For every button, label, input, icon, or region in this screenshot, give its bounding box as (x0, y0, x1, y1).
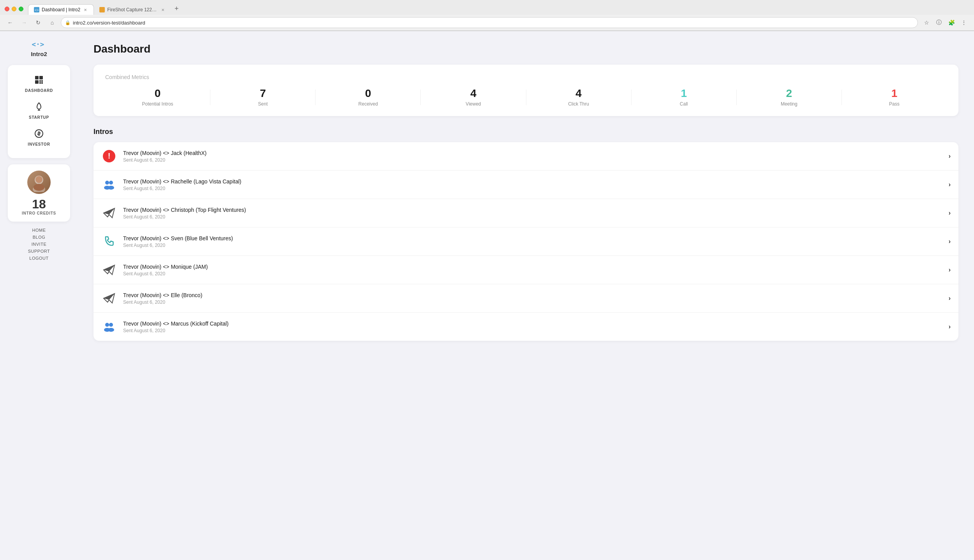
sidebar-link-blog[interactable]: BLOG (33, 235, 46, 239)
metric-label-viewed: Viewed (466, 101, 481, 107)
home-button[interactable]: ⌂ (47, 17, 58, 28)
sidebar-item-investor[interactable]: INVESTOR (12, 125, 66, 150)
intros-list: ! Trevor (Moovin) <> Jack (HealthX) Sent… (94, 142, 958, 341)
metric-pass: 1 Pass (842, 88, 947, 107)
svg-point-16 (105, 181, 109, 185)
svg-rect-8 (41, 82, 43, 84)
browser-titlebar: <> Dashboard | Intro2 ✕ FireShot Capture… (0, 0, 974, 15)
intro-title-2: Trevor (Moovin) <> Rachelle (Lago Vista … (123, 178, 942, 185)
intro-date-2: Sent August 6, 2020 (123, 186, 942, 191)
app-container: <·> Intro2 DASHBOARD (0, 31, 974, 560)
new-tab-button[interactable]: + (171, 3, 182, 14)
nav-card: DASHBOARD STARTUP (8, 65, 70, 158)
back-button[interactable]: ← (5, 17, 16, 28)
refresh-button[interactable]: ↻ (33, 17, 44, 28)
investor-icon (34, 129, 44, 141)
metric-value-meeting: 2 (786, 88, 792, 99)
metric-label-potential: Potential Intros (142, 101, 173, 107)
metric-value-call: 1 (681, 88, 687, 99)
page-title: Dashboard (94, 43, 958, 55)
intro-item-5[interactable]: Trevor (Moovin) <> Monique (JAM) Sent Au… (94, 256, 958, 284)
intro-chevron-3: › (949, 210, 951, 217)
intro-date-7: Sent August 6, 2020 (123, 328, 942, 333)
intro-item-2[interactable]: Trevor (Moovin) <> Rachelle (Lago Vista … (94, 171, 958, 199)
tab-fireshot[interactable]: FireShot Capture 122 - Startup… ✕ (94, 5, 171, 15)
tab-favicon-1: <> (34, 7, 39, 12)
avatar (27, 171, 51, 194)
intro-item-3[interactable]: Trevor (Moovin) <> Christoph (Top Flight… (94, 199, 958, 227)
maximize-window-button[interactable] (19, 7, 23, 11)
tab-close-1[interactable]: ✕ (83, 7, 88, 12)
metric-meeting: 2 Meeting (737, 88, 842, 107)
sidebar-link-logout[interactable]: LOGOUT (29, 256, 48, 261)
tab-label-2: FireShot Capture 122 - Startup… (107, 7, 158, 12)
intro-chevron-7: › (949, 323, 951, 330)
svg-text:<>: <> (35, 8, 39, 12)
svg-line-28 (108, 300, 109, 302)
forward-button[interactable]: → (19, 17, 30, 28)
intro-title-5: Trevor (Moovin) <> Monique (JAM) (123, 264, 942, 270)
credits-number: 18 (32, 198, 46, 210)
metric-label-sent: Sent (258, 101, 268, 107)
metric-value-sent: 7 (260, 88, 266, 99)
svg-point-32 (108, 328, 114, 332)
intro-date-5: Sent August 6, 2020 (123, 271, 942, 276)
minimize-window-button[interactable] (12, 7, 16, 11)
svg-rect-4 (35, 80, 39, 84)
svg-point-12 (35, 176, 42, 183)
metric-viewed: 4 Viewed (421, 88, 526, 107)
close-window-button[interactable] (5, 7, 9, 11)
logo-icon: <·> (31, 39, 47, 50)
intro-icon-5 (101, 262, 117, 278)
logo-section: <·> Intro2 (31, 39, 47, 57)
intro-title-4: Trevor (Moovin) <> Sven (Blue Bell Ventu… (123, 235, 942, 241)
svg-text:<·>: <·> (32, 41, 44, 48)
metric-label-pass: Pass (889, 101, 900, 107)
intro-item-7[interactable]: Trevor (Moovin) <> Marcus (Kickoff Capit… (94, 313, 958, 341)
info-icon[interactable]: ⓘ (933, 17, 944, 28)
svg-point-30 (109, 323, 113, 327)
intro-icon-3 (101, 205, 117, 221)
intro-icon-1: ! (101, 148, 117, 164)
metrics-card: Combined Metrics 0 Potential Intros 7 Se… (94, 65, 958, 116)
metric-clickthru: 4 Click Thru (526, 88, 631, 107)
bookmark-star-icon[interactable]: ☆ (921, 17, 932, 28)
metric-sent: 7 Sent (210, 88, 315, 107)
intro-icon-7 (101, 319, 117, 335)
intro-icon-4 (101, 234, 117, 249)
avatar-image (27, 171, 51, 194)
intro-chevron-4: › (949, 238, 951, 245)
metric-label-call: Call (680, 101, 688, 107)
metric-label-clickthru: Click Thru (568, 101, 589, 107)
svg-point-13 (34, 184, 44, 191)
sidebar-item-startup[interactable]: STARTUP (12, 98, 66, 123)
address-bar[interactable]: 🔒 intro2.co/version-test/dashboard (61, 17, 918, 28)
sidebar-link-home[interactable]: HOME (32, 228, 46, 232)
tabs-bar: <> Dashboard | Intro2 ✕ FireShot Capture… (28, 3, 182, 15)
svg-point-29 (105, 323, 109, 327)
sidebar-item-dashboard[interactable]: DASHBOARD (12, 71, 66, 97)
intro-content-2: Trevor (Moovin) <> Rachelle (Lago Vista … (123, 178, 942, 191)
metric-call: 1 Call (632, 88, 736, 107)
intro-chevron-6: › (949, 295, 951, 302)
intro-content-4: Trevor (Moovin) <> Sven (Blue Bell Ventu… (123, 235, 942, 248)
sidebar-links: HOME BLOG INVITE SUPPORT LOGOUT (0, 228, 78, 261)
intro-chevron-5: › (949, 266, 951, 273)
sidebar-link-invite[interactable]: INVITE (32, 242, 46, 247)
sidebar-link-support[interactable]: SUPPORT (28, 249, 50, 254)
svg-rect-2 (35, 76, 39, 79)
intro-item-6[interactable]: Trevor (Moovin) <> Elle (Bronco) Sent Au… (94, 284, 958, 313)
tab-dashboard[interactable]: <> Dashboard | Intro2 ✕ (28, 4, 94, 15)
more-icon[interactable]: ⋮ (958, 17, 969, 28)
svg-line-25 (108, 271, 109, 274)
tab-close-2[interactable]: ✕ (160, 7, 166, 12)
browser-toolbar: ← → ↻ ⌂ 🔒 intro2.co/version-test/dashboa… (0, 15, 974, 31)
intro-item-4[interactable]: Trevor (Moovin) <> Sven (Blue Bell Ventu… (94, 227, 958, 256)
extensions-icon[interactable]: 🧩 (946, 17, 957, 28)
investor-label: INVESTOR (28, 142, 50, 146)
intro-item-1[interactable]: ! Trevor (Moovin) <> Jack (HealthX) Sent… (94, 142, 958, 171)
main-content: Dashboard Combined Metrics 0 Potential I… (78, 31, 974, 560)
tab-label-1: Dashboard | Intro2 (42, 7, 80, 12)
tab-favicon-2 (99, 7, 105, 12)
metric-value-clickthru: 4 (575, 88, 582, 99)
